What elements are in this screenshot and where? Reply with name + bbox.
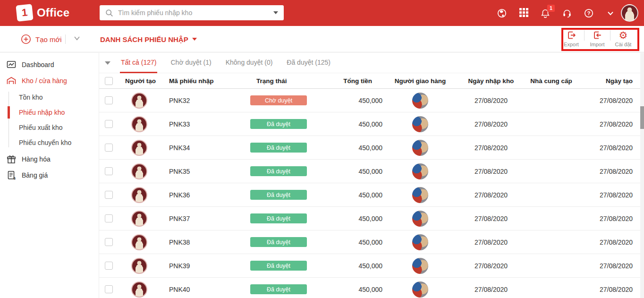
creator-avatar[interactable] <box>131 281 147 298</box>
tabs-filter-caret-icon[interactable] <box>105 61 110 65</box>
col-header-created-date[interactable]: Ngày tạo <box>578 77 640 85</box>
gear-icon: ⚙ <box>619 31 628 40</box>
import-date: 27/08/2020 <box>458 144 524 152</box>
active-indicator-bar <box>8 106 10 119</box>
title-caret-down-icon <box>192 38 197 41</box>
receipt-code[interactable]: PNK33 <box>161 120 246 128</box>
creator-avatar[interactable] <box>131 140 147 156</box>
sidebar-item-bang-gia[interactable]: $ Bảng giá <box>0 167 99 183</box>
table-row[interactable]: PNK34 Đã duyệt 450,000 27/08/2020 27/08/… <box>99 136 640 160</box>
select-all-checkbox[interactable] <box>105 77 113 85</box>
deliverer-avatar[interactable] <box>412 140 428 156</box>
sidebar-item-hang-hoa[interactable]: Hàng hóa <box>0 151 99 167</box>
deliverer-avatar[interactable] <box>412 211 428 227</box>
deliverer-avatar[interactable] <box>412 163 428 179</box>
receipt-code[interactable]: PNK39 <box>161 262 246 270</box>
globe-icon[interactable] <box>497 8 507 18</box>
receipt-code[interactable]: PNK38 <box>161 238 246 246</box>
receipt-code[interactable]: PNK37 <box>161 215 246 222</box>
row-checkbox[interactable] <box>105 262 113 270</box>
creator-avatar[interactable] <box>131 258 147 274</box>
row-checkbox[interactable] <box>105 238 113 246</box>
vertical-scrollbar-track[interactable] <box>640 53 644 298</box>
row-checkbox[interactable] <box>105 285 113 293</box>
row-checkbox[interactable] <box>105 214 113 222</box>
creator-avatar[interactable] <box>131 163 147 179</box>
deliverer-avatar[interactable] <box>412 187 428 203</box>
receipt-code[interactable]: PNK35 <box>161 168 246 175</box>
brand-logo[interactable]: 1 Office <box>17 5 69 21</box>
col-header-deliverer[interactable]: Người giao hàng <box>382 77 458 85</box>
table-row[interactable]: PNK37 Đã duyệt 450,000 27/08/2020 27/08/… <box>99 207 640 230</box>
table-row[interactable]: PNK36 Đã duyệt 450,000 27/08/2020 27/08/… <box>99 183 640 207</box>
status-badge: Đã duyệt <box>250 261 307 271</box>
sidebar-item-dashboard[interactable]: Dashboard <box>0 57 99 73</box>
user-avatar[interactable] <box>621 4 638 22</box>
created-date: 27/08/2020 <box>578 238 640 246</box>
receipt-code[interactable]: PNK34 <box>161 144 246 152</box>
import-button[interactable]: Import <box>585 29 610 47</box>
sidebar-item-phieu-xuat-kho[interactable]: Phiếu xuất kho <box>0 120 99 135</box>
export-icon <box>567 30 576 40</box>
sidebar-item-phieu-chuyen-kho[interactable]: Phiếu chuyển kho <box>0 135 99 150</box>
deliverer-avatar[interactable] <box>412 116 428 132</box>
sidebar-item-warehouse[interactable]: Kho / cửa hàng <box>0 73 99 89</box>
created-date: 27/08/2020 <box>578 191 640 199</box>
row-checkbox[interactable] <box>105 96 113 104</box>
page-title-dropdown[interactable]: DANH SÁCH PHIẾU NHẬP <box>100 26 197 52</box>
table-row[interactable]: PNK39 Đã duyệt 450,000 27/08/2020 27/08/… <box>99 254 640 278</box>
sidebar-item-ton-kho[interactable]: Tồn kho <box>0 90 99 105</box>
settings-button[interactable]: ⚙ Cài đặt <box>611 29 636 47</box>
tab-rejected[interactable]: Không duyệt (0) <box>225 53 274 73</box>
table-row[interactable]: PNK38 Đã duyệt 450,000 27/08/2020 27/08/… <box>99 230 640 254</box>
deliverer-avatar[interactable] <box>412 234 428 250</box>
create-new-button[interactable]: Tạo mới <box>21 26 62 52</box>
col-header-import-date[interactable]: Ngày nhập kho <box>458 77 524 85</box>
table-row[interactable]: PNK32 Chờ duyệt 450,000 27/08/2020 27/08… <box>99 89 640 112</box>
col-header-status[interactable]: Trạng thái <box>246 77 321 85</box>
row-checkbox[interactable] <box>105 120 113 128</box>
col-header-creator[interactable]: Người tạo <box>118 77 161 85</box>
tab-pending[interactable]: Chờ duyệt (1) <box>169 53 212 73</box>
receipt-code[interactable]: PNK32 <box>161 97 246 104</box>
creator-avatar[interactable] <box>131 211 147 227</box>
create-chevron-down-icon[interactable] <box>73 34 81 44</box>
tab-approved[interactable]: Đã duyệt (125) <box>286 53 331 73</box>
row-checkbox[interactable] <box>105 144 113 152</box>
export-button[interactable]: Export <box>559 29 584 47</box>
global-search[interactable] <box>100 5 284 20</box>
receipt-code[interactable]: PNK36 <box>161 191 246 199</box>
col-header-total[interactable]: Tổng tiền <box>321 77 382 85</box>
creator-avatar[interactable] <box>131 234 147 250</box>
creator-avatar[interactable] <box>131 116 147 132</box>
dashboard-icon <box>7 60 16 69</box>
bell-icon[interactable]: 1 <box>540 8 551 18</box>
row-checkbox[interactable] <box>105 191 113 199</box>
vertical-scrollbar-thumb[interactable] <box>640 106 644 129</box>
table-row[interactable]: PNK33 Đã duyệt 450,000 27/08/2020 27/08/… <box>99 112 640 136</box>
deliverer-avatar[interactable] <box>412 258 428 274</box>
brand-name: Office <box>37 6 69 19</box>
col-header-code[interactable]: Mã phiếu nhập <box>161 77 246 85</box>
receipt-code[interactable]: PNK40 <box>161 286 246 293</box>
col-header-supplier[interactable]: Nhà cung cấp <box>524 77 578 85</box>
headset-icon[interactable] <box>562 8 572 18</box>
sidebar-item-phieu-nhap-kho[interactable]: Phiếu nhập kho <box>0 105 99 120</box>
status-badge: Đã duyệt <box>250 190 307 200</box>
import-date: 27/08/2020 <box>458 168 524 175</box>
creator-avatar[interactable] <box>131 187 147 203</box>
deliverer-avatar[interactable] <box>412 93 428 109</box>
search-dropdown-caret-icon[interactable] <box>273 11 278 14</box>
help-icon[interactable]: ? <box>584 8 594 18</box>
create-new-label: Tạo mới <box>35 35 62 43</box>
table-row[interactable]: PNK35 Đã duyệt 450,000 27/08/2020 27/08/… <box>99 160 640 183</box>
header-chevron-down-icon[interactable] <box>605 8 616 18</box>
row-checkbox[interactable] <box>105 167 113 175</box>
tab-all[interactable]: Tất cả (127) <box>120 53 157 73</box>
sidebar-item-label: Tồn kho <box>19 94 43 101</box>
creator-avatar[interactable] <box>131 93 147 109</box>
deliverer-avatar[interactable] <box>412 281 428 298</box>
table-row[interactable]: PNK40 Đã duyệt 450,000 27/08/2020 27/08/… <box>99 278 640 298</box>
search-input[interactable] <box>118 9 273 17</box>
apps-grid-icon[interactable] <box>518 8 529 18</box>
